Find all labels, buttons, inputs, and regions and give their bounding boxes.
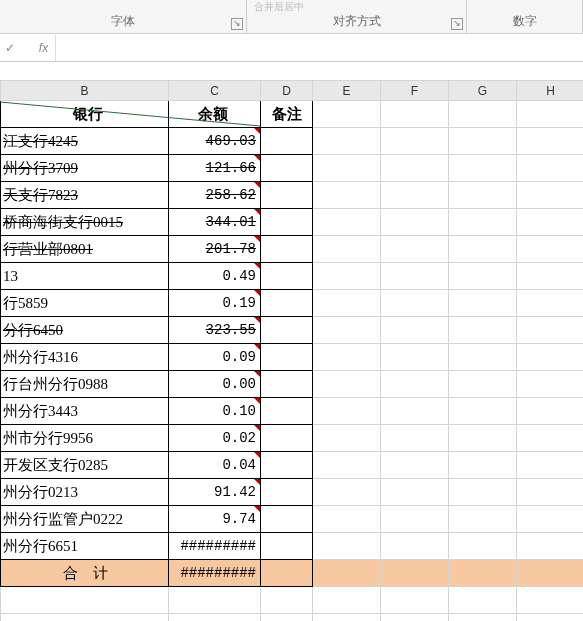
cell[interactable] — [381, 371, 449, 398]
table-row[interactable]: 州分行021391.42 — [1, 479, 584, 506]
cell[interactable] — [517, 344, 584, 371]
cell[interactable] — [517, 317, 584, 344]
cell-remark[interactable] — [261, 263, 313, 290]
table-row[interactable]: 行台州分行09880.00 — [1, 371, 584, 398]
cell-bank[interactable]: 州市分行9956 — [1, 425, 169, 452]
cell[interactable] — [381, 506, 449, 533]
cell[interactable] — [381, 587, 449, 614]
cell[interactable] — [381, 344, 449, 371]
cell-balance[interactable]: 258.62 — [169, 182, 261, 209]
cell[interactable] — [449, 263, 517, 290]
cell[interactable] — [517, 506, 584, 533]
cell[interactable] — [381, 479, 449, 506]
cell[interactable] — [381, 128, 449, 155]
cell[interactable] — [313, 263, 381, 290]
cell[interactable] — [313, 506, 381, 533]
cell-bank[interactable]: 开发区支行0285 — [1, 452, 169, 479]
cell[interactable] — [313, 344, 381, 371]
cell[interactable] — [381, 182, 449, 209]
cell[interactable] — [381, 425, 449, 452]
cell[interactable] — [517, 425, 584, 452]
cell-remark[interactable] — [261, 452, 313, 479]
cell[interactable] — [313, 209, 381, 236]
cell[interactable] — [381, 533, 449, 560]
cell[interactable] — [1, 587, 169, 614]
cell-bank[interactable]: 州分行0213 — [1, 479, 169, 506]
cell[interactable] — [517, 533, 584, 560]
cell[interactable] — [313, 290, 381, 317]
col-header-B[interactable]: B — [1, 81, 169, 101]
formula-accept-icon[interactable]: ✓ — [0, 41, 20, 55]
cell-remark[interactable] — [261, 182, 313, 209]
table-row[interactable]: 开发区支行02850.04 — [1, 452, 584, 479]
total-remark[interactable] — [261, 560, 313, 587]
cell-balance[interactable]: 0.04 — [169, 452, 261, 479]
table-row[interactable]: 天支行7823258.62 — [1, 182, 584, 209]
table-row[interactable]: 州分行43160.09 — [1, 344, 584, 371]
cell[interactable] — [313, 587, 381, 614]
cell[interactable] — [449, 587, 517, 614]
cell-balance[interactable]: 469.03 — [169, 128, 261, 155]
table-row[interactable]: 州分行34430.10 — [1, 398, 584, 425]
cell[interactable] — [169, 587, 261, 614]
total-value[interactable]: ######### — [169, 560, 261, 587]
table-row[interactable]: 桥商海街支行0015344.01 — [1, 209, 584, 236]
cell-remark[interactable] — [261, 155, 313, 182]
cell[interactable] — [313, 128, 381, 155]
cell-remark[interactable] — [261, 425, 313, 452]
cell[interactable] — [381, 317, 449, 344]
cell-bank[interactable]: 天支行7823 — [1, 182, 169, 209]
cell-balance[interactable]: 0.02 — [169, 425, 261, 452]
cell[interactable] — [313, 317, 381, 344]
cell-bank[interactable]: 桥商海街支行0015 — [1, 209, 169, 236]
col-header-D[interactable]: D — [261, 81, 313, 101]
cell[interactable] — [381, 560, 449, 587]
total-row[interactable]: 合 计######### — [1, 560, 584, 587]
cell-balance[interactable]: ######### — [169, 533, 261, 560]
cell-balance[interactable]: 344.01 — [169, 209, 261, 236]
cell-balance[interactable]: 0.00 — [169, 371, 261, 398]
cell[interactable] — [313, 560, 381, 587]
cell-bank[interactable]: 行营业部0801 — [1, 236, 169, 263]
cell[interactable] — [313, 371, 381, 398]
cell[interactable] — [261, 587, 313, 614]
cell[interactable] — [449, 182, 517, 209]
cell[interactable] — [517, 371, 584, 398]
cell[interactable] — [517, 398, 584, 425]
align-dialog-launcher-icon[interactable] — [451, 18, 463, 30]
cell-bank[interactable]: 江支行4245 — [1, 128, 169, 155]
cell[interactable] — [449, 425, 517, 452]
cell-bank[interactable]: 分行6450 — [1, 317, 169, 344]
cell[interactable] — [449, 128, 517, 155]
cell[interactable] — [313, 182, 381, 209]
cell-remark[interactable] — [261, 317, 313, 344]
cell-remark[interactable] — [261, 209, 313, 236]
header-bank[interactable]: 银行 — [1, 101, 169, 128]
total-label[interactable]: 合 计 — [1, 560, 169, 587]
fx-icon[interactable]: fx — [32, 34, 56, 61]
cell[interactable] — [517, 263, 584, 290]
column-header-row[interactable]: B C D E F G H — [1, 81, 584, 101]
cell[interactable] — [449, 344, 517, 371]
cell-bank[interactable]: 州分行4316 — [1, 344, 169, 371]
cell-remark[interactable] — [261, 506, 313, 533]
cell-balance[interactable]: 9.74 — [169, 506, 261, 533]
cell[interactable] — [449, 209, 517, 236]
cell-balance[interactable]: 0.19 — [169, 290, 261, 317]
cell-remark[interactable] — [261, 128, 313, 155]
cell[interactable] — [517, 290, 584, 317]
cell[interactable] — [517, 128, 584, 155]
cell-remark[interactable] — [261, 533, 313, 560]
cell[interactable] — [517, 587, 584, 614]
cell[interactable] — [169, 614, 261, 622]
cell[interactable] — [313, 479, 381, 506]
cell-remark[interactable] — [261, 479, 313, 506]
cell[interactable] — [517, 560, 584, 587]
cell[interactable] — [517, 182, 584, 209]
table-row[interactable]: 江支行4245469.03 — [1, 128, 584, 155]
cell[interactable] — [381, 263, 449, 290]
table-row[interactable] — [1, 614, 584, 622]
cell[interactable] — [449, 290, 517, 317]
cell-balance[interactable]: 323.55 — [169, 317, 261, 344]
table-row[interactable]: 州分行6651######### — [1, 533, 584, 560]
